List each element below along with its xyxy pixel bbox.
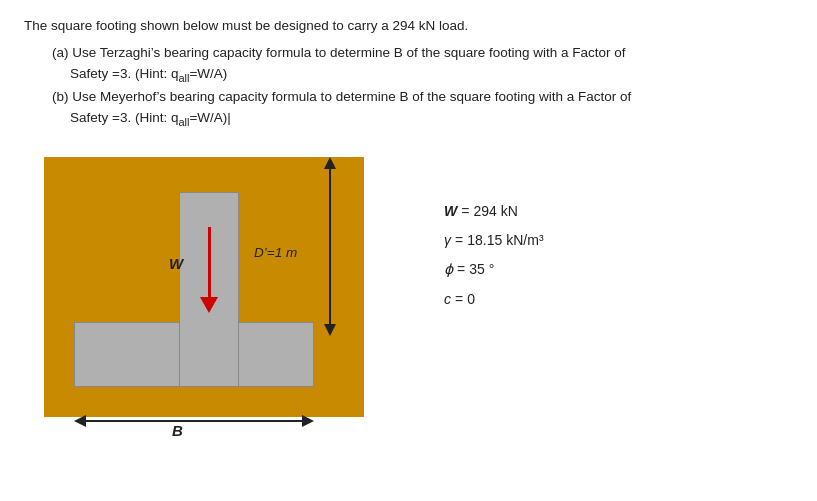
param-phi-label: ϕ (444, 255, 453, 284)
param-W-label: W (444, 197, 457, 226)
w-label: W (169, 255, 183, 272)
df-arrow-up (324, 157, 336, 169)
part-b-hint-sub: all (178, 115, 189, 127)
load-arrow-head (200, 297, 218, 313)
param-c: c = 0 (444, 285, 544, 314)
param-gamma-label: γ (444, 226, 451, 255)
df-arrow-vline (329, 169, 331, 324)
diagram-area: W D’=1 m B (24, 147, 414, 447)
param-phi-value: 35 (469, 255, 485, 284)
part-a-indent-line: Safety =3. (Hint: qall=W/A) (70, 64, 793, 85)
param-gamma-unit: kN/m³ (506, 226, 543, 255)
part-a-item: (a) Use Terzaghi’s bearing capacity form… (52, 43, 793, 85)
statement-text: The square footing shown below must be d… (24, 18, 468, 33)
part-b-hint-end: =W/A)| (189, 110, 230, 125)
param-gamma-equals: = (455, 226, 463, 255)
part-a-text: Use Terzaghi’s bearing capacity formula … (72, 45, 625, 60)
param-gamma-value: 18.15 (467, 226, 502, 255)
part-a-hint-end: =W/A) (189, 66, 227, 81)
part-b-indent-line: Safety =3. (Hint: qall=W/A)| (70, 108, 793, 129)
part-b-text: Use Meyerhof’s bearing capacity formula … (72, 89, 631, 104)
load-arrow-line (208, 227, 211, 297)
b-arrow-left (74, 415, 86, 427)
param-phi-equals: = (457, 255, 465, 284)
df-label: D’=1 m (254, 245, 297, 260)
load-arrow (200, 227, 218, 313)
param-phi-unit: ° (489, 255, 495, 284)
part-b-item: (b) Use Meyerhof’s bearing capacity form… (52, 87, 793, 129)
param-gamma: γ = 18.15 kN/m³ (444, 226, 544, 255)
param-c-label: c (444, 285, 451, 314)
top-statement: The square footing shown below must be d… (24, 18, 793, 33)
param-W-unit: kN (501, 197, 518, 226)
param-phi: ϕ = 35° (444, 255, 544, 284)
b-arrow-right (302, 415, 314, 427)
df-arrow-down (324, 324, 336, 336)
df-arrow-group (324, 157, 336, 336)
params-panel: W = 294 kN γ = 18.15 kN/m³ ϕ = 35° c = 0 (444, 197, 544, 315)
param-W: W = 294 kN (444, 197, 544, 226)
part-a-hint-start: Safety =3. (Hint: q (70, 66, 178, 81)
param-c-value: 0 (467, 285, 475, 314)
param-W-equals: = (461, 197, 469, 226)
part-b-prefix: (b) (52, 89, 69, 104)
b-arrow-group (74, 415, 314, 427)
param-c-equals: = (455, 285, 463, 314)
param-W-value: 294 (473, 197, 496, 226)
part-a-prefix: (a) (52, 45, 69, 60)
part-a-hint-sub: all (178, 72, 189, 84)
part-b-hint-start: Safety =3. (Hint: q (70, 110, 178, 125)
b-label: B (172, 422, 183, 439)
b-arrow-hline (86, 420, 302, 422)
main-content: W D’=1 m B W = 294 kN γ (24, 147, 793, 447)
